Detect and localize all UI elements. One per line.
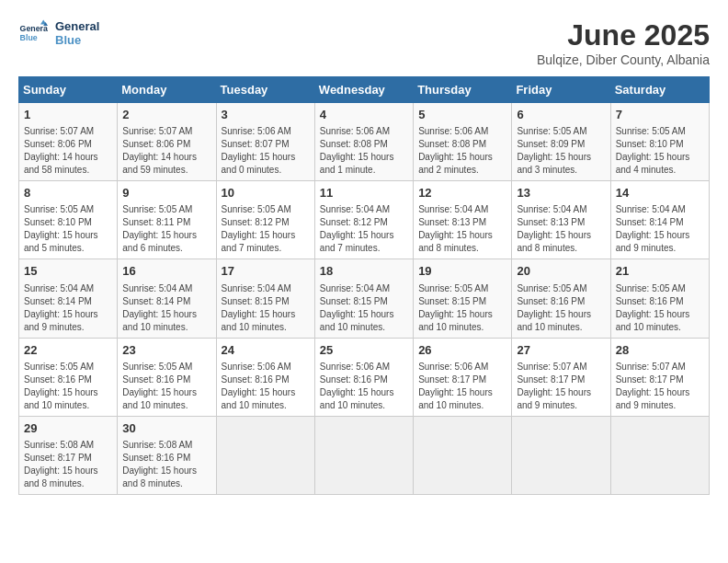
day-number: 8: [24, 185, 112, 201]
day-number: 27: [517, 342, 605, 359]
day-info: Sunrise: 5:04 AM Sunset: 8:14 PM Dayligh…: [24, 282, 112, 334]
day-info: Sunrise: 5:06 AM Sunset: 8:08 PM Dayligh…: [418, 125, 506, 177]
day-number: 14: [616, 185, 704, 201]
calendar-cell: [512, 416, 610, 494]
day-number: 22: [24, 342, 112, 359]
day-number: 3: [222, 107, 310, 123]
calendar-cell: [314, 416, 413, 494]
calendar-week-row: 1Sunrise: 5:07 AM Sunset: 8:06 PM Daylig…: [19, 103, 710, 181]
day-number: 6: [517, 107, 605, 123]
logo-blue: Blue: [55, 33, 99, 47]
calendar-cell: 30Sunrise: 5:08 AM Sunset: 8:16 PM Dayli…: [118, 416, 216, 494]
day-number: 11: [320, 185, 408, 201]
day-info: Sunrise: 5:05 AM Sunset: 8:12 PM Dayligh…: [222, 203, 310, 255]
day-number: 2: [122, 107, 210, 123]
day-number: 15: [24, 263, 112, 280]
calendar-cell: 22Sunrise: 5:05 AM Sunset: 8:16 PM Dayli…: [19, 338, 118, 416]
calendar-cell: 5Sunrise: 5:06 AM Sunset: 8:08 PM Daylig…: [414, 103, 512, 181]
svg-text:Blue: Blue: [20, 33, 38, 42]
calendar-cell: 10Sunrise: 5:05 AM Sunset: 8:12 PM Dayli…: [216, 181, 314, 259]
day-number: 10: [222, 185, 310, 201]
calendar-cell: [216, 416, 314, 494]
calendar-week-row: 29Sunrise: 5:08 AM Sunset: 8:17 PM Dayli…: [19, 416, 710, 494]
page-header: General Blue General Blue June 2025 Bulq…: [18, 18, 710, 67]
day-number: 4: [320, 107, 408, 123]
day-number: 28: [616, 342, 704, 359]
day-number: 17: [222, 263, 310, 280]
day-info: Sunrise: 5:04 AM Sunset: 8:15 PM Dayligh…: [320, 282, 408, 334]
day-info: Sunrise: 5:04 AM Sunset: 8:13 PM Dayligh…: [517, 203, 605, 255]
calendar-cell: 6Sunrise: 5:05 AM Sunset: 8:09 PM Daylig…: [512, 103, 610, 181]
calendar-cell: [414, 416, 512, 494]
day-number: 18: [320, 263, 408, 280]
calendar-cell: 24Sunrise: 5:06 AM Sunset: 8:16 PM Dayli…: [216, 338, 314, 416]
day-info: Sunrise: 5:05 AM Sunset: 8:16 PM Dayligh…: [517, 282, 605, 334]
calendar-cell: 21Sunrise: 5:05 AM Sunset: 8:16 PM Dayli…: [610, 259, 709, 338]
calendar-cell: 11Sunrise: 5:04 AM Sunset: 8:12 PM Dayli…: [314, 181, 413, 259]
col-friday: Friday: [512, 77, 610, 103]
calendar-week-row: 15Sunrise: 5:04 AM Sunset: 8:14 PM Dayli…: [19, 259, 710, 338]
calendar-cell: 18Sunrise: 5:04 AM Sunset: 8:15 PM Dayli…: [314, 259, 413, 338]
calendar-cell: 3Sunrise: 5:06 AM Sunset: 8:07 PM Daylig…: [216, 103, 314, 181]
calendar-cell: 25Sunrise: 5:06 AM Sunset: 8:16 PM Dayli…: [314, 338, 413, 416]
col-wednesday: Wednesday: [314, 77, 413, 103]
day-info: Sunrise: 5:08 AM Sunset: 8:17 PM Dayligh…: [24, 439, 112, 490]
day-info: Sunrise: 5:05 AM Sunset: 8:09 PM Dayligh…: [517, 125, 605, 177]
calendar-week-row: 8Sunrise: 5:05 AM Sunset: 8:10 PM Daylig…: [19, 181, 710, 259]
logo-general: General: [55, 19, 99, 33]
day-info: Sunrise: 5:05 AM Sunset: 8:16 PM Dayligh…: [122, 361, 210, 412]
day-number: 13: [517, 185, 605, 201]
calendar-cell: 23Sunrise: 5:05 AM Sunset: 8:16 PM Dayli…: [118, 338, 216, 416]
calendar-cell: 8Sunrise: 5:05 AM Sunset: 8:10 PM Daylig…: [19, 181, 118, 259]
calendar-cell: 15Sunrise: 5:04 AM Sunset: 8:14 PM Dayli…: [19, 259, 118, 338]
day-info: Sunrise: 5:08 AM Sunset: 8:16 PM Dayligh…: [122, 439, 210, 490]
calendar-cell: 2Sunrise: 5:07 AM Sunset: 8:06 PM Daylig…: [118, 103, 216, 181]
day-info: Sunrise: 5:04 AM Sunset: 8:13 PM Dayligh…: [418, 203, 506, 255]
day-number: 1: [24, 107, 112, 123]
day-info: Sunrise: 5:05 AM Sunset: 8:10 PM Dayligh…: [616, 125, 704, 177]
calendar-cell: 27Sunrise: 5:07 AM Sunset: 8:17 PM Dayli…: [512, 338, 610, 416]
day-number: 20: [517, 263, 605, 280]
col-sunday: Sunday: [19, 77, 118, 103]
calendar-cell: 7Sunrise: 5:05 AM Sunset: 8:10 PM Daylig…: [610, 103, 709, 181]
calendar-cell: 12Sunrise: 5:04 AM Sunset: 8:13 PM Dayli…: [414, 181, 512, 259]
day-number: 5: [418, 107, 506, 123]
calendar-table: Sunday Monday Tuesday Wednesday Thursday…: [18, 76, 710, 495]
calendar-cell: 16Sunrise: 5:04 AM Sunset: 8:14 PM Dayli…: [118, 259, 216, 338]
col-saturday: Saturday: [610, 77, 709, 103]
calendar-cell: 19Sunrise: 5:05 AM Sunset: 8:15 PM Dayli…: [414, 259, 512, 338]
calendar-cell: 26Sunrise: 5:06 AM Sunset: 8:17 PM Dayli…: [414, 338, 512, 416]
calendar-cell: [610, 416, 709, 494]
day-info: Sunrise: 5:07 AM Sunset: 8:17 PM Dayligh…: [616, 361, 704, 412]
calendar-cell: 4Sunrise: 5:06 AM Sunset: 8:08 PM Daylig…: [314, 103, 413, 181]
day-info: Sunrise: 5:04 AM Sunset: 8:15 PM Dayligh…: [222, 282, 310, 334]
day-info: Sunrise: 5:05 AM Sunset: 8:10 PM Dayligh…: [24, 203, 112, 255]
calendar-cell: 29Sunrise: 5:08 AM Sunset: 8:17 PM Dayli…: [19, 416, 118, 494]
day-number: 16: [122, 263, 210, 280]
logo: General Blue General Blue: [18, 18, 99, 48]
day-info: Sunrise: 5:05 AM Sunset: 8:16 PM Dayligh…: [616, 282, 704, 334]
calendar-cell: 13Sunrise: 5:04 AM Sunset: 8:13 PM Dayli…: [512, 181, 610, 259]
day-info: Sunrise: 5:06 AM Sunset: 8:16 PM Dayligh…: [222, 361, 310, 412]
day-number: 9: [122, 185, 210, 201]
day-number: 21: [616, 263, 704, 280]
day-number: 26: [418, 342, 506, 359]
location-subtitle: Bulqize, Diber County, Albania: [537, 52, 710, 67]
day-info: Sunrise: 5:04 AM Sunset: 8:14 PM Dayligh…: [616, 203, 704, 255]
calendar-cell: 17Sunrise: 5:04 AM Sunset: 8:15 PM Dayli…: [216, 259, 314, 338]
title-section: June 2025 Bulqize, Diber County, Albania: [537, 18, 710, 67]
col-thursday: Thursday: [414, 77, 512, 103]
month-title: June 2025: [537, 18, 710, 52]
calendar-cell: 9Sunrise: 5:05 AM Sunset: 8:11 PM Daylig…: [118, 181, 216, 259]
day-number: 25: [320, 342, 408, 359]
day-info: Sunrise: 5:05 AM Sunset: 8:11 PM Dayligh…: [122, 203, 210, 255]
day-info: Sunrise: 5:06 AM Sunset: 8:17 PM Dayligh…: [418, 361, 506, 412]
calendar-week-row: 22Sunrise: 5:05 AM Sunset: 8:16 PM Dayli…: [19, 338, 710, 416]
day-info: Sunrise: 5:07 AM Sunset: 8:06 PM Dayligh…: [24, 125, 112, 177]
calendar-cell: 28Sunrise: 5:07 AM Sunset: 8:17 PM Dayli…: [610, 338, 709, 416]
day-number: 24: [222, 342, 310, 359]
day-info: Sunrise: 5:05 AM Sunset: 8:16 PM Dayligh…: [24, 361, 112, 412]
day-info: Sunrise: 5:07 AM Sunset: 8:17 PM Dayligh…: [517, 361, 605, 412]
calendar-header-row: Sunday Monday Tuesday Wednesday Thursday…: [19, 77, 710, 103]
calendar-cell: 1Sunrise: 5:07 AM Sunset: 8:06 PM Daylig…: [19, 103, 118, 181]
